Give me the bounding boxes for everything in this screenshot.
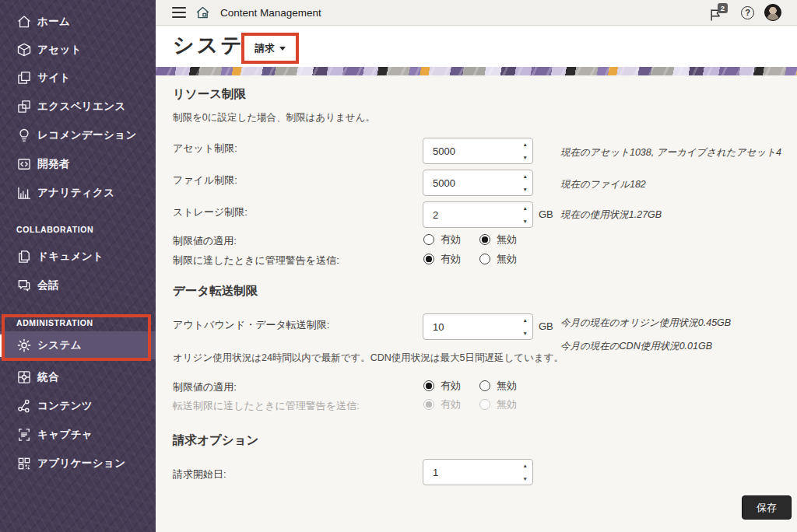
sidebar-item-content[interactable]: コンテンツ — [0, 391, 156, 420]
share-nodes-icon — [16, 398, 32, 414]
sidebar-section-administration: ADMINISTRATION — [16, 318, 93, 327]
sidebar-item-home[interactable]: ホーム — [0, 7, 156, 36]
sidebar-item-recommendations[interactable]: レコメンデーション — [0, 121, 156, 149]
radio-disabled — [479, 399, 490, 410]
file-limit-input: ▲▼ — [423, 170, 533, 196]
hamburger-menu-icon[interactable] — [172, 7, 186, 18]
spin-up-icon[interactable]: ▲ — [523, 205, 528, 211]
sidebar-item-integrations[interactable]: 統合 — [0, 362, 156, 391]
radio-enabled[interactable] — [423, 254, 434, 264]
billing-dropdown[interactable]: 請求 — [244, 36, 296, 61]
storage-limit-field[interactable] — [423, 201, 533, 228]
sidebar-item-label: アナリティクス — [37, 186, 115, 200]
billing-dropdown-label: 請求 — [255, 42, 275, 55]
radio-disabled-label: 無効 — [497, 252, 517, 266]
help-icon[interactable]: ? — [741, 6, 754, 19]
radio-disabled[interactable] — [479, 380, 490, 391]
documents-icon — [16, 249, 32, 264]
radio-disabled[interactable] — [479, 234, 490, 245]
file-limit-label: ファイル制限: — [173, 173, 237, 187]
sidebar-item-label: キャプチャ — [37, 428, 93, 442]
spin-down-icon[interactable]: ▼ — [523, 219, 528, 224]
spin-up-icon[interactable]: ▲ — [523, 317, 528, 323]
decorative-banner — [156, 67, 797, 75]
sites-icon — [16, 70, 32, 86]
chevron-down-icon — [279, 47, 286, 51]
asset-cube-icon — [16, 42, 32, 58]
transfer-send-alert-label: 転送制限に達したときに管理警告を送信: — [173, 399, 360, 413]
apply-limit-label: 制限値の適用: — [173, 234, 237, 248]
lightbulb-icon — [16, 128, 32, 143]
bar-chart-icon — [16, 185, 32, 201]
spin-down-icon[interactable]: ▼ — [523, 331, 528, 336]
storage-usage-note: 現在の使用状況1.27GB — [560, 208, 662, 222]
notification-count-badge: 2 — [718, 3, 728, 13]
top-bar: Content Management 2 ? — [156, 0, 797, 26]
origin-usage-note: 今月の現在のオリジン使用状況0.45GB — [560, 317, 731, 330]
radio-disabled-label: 無効 — [497, 233, 517, 247]
home-icon — [16, 14, 32, 30]
billing-start-day-label: 請求開始日: — [173, 467, 226, 481]
section-heading-billing-options: 請求オプション — [173, 432, 258, 449]
sidebar-item-assets[interactable]: アセット — [0, 35, 156, 64]
sidebar-item-sites[interactable]: サイト — [0, 63, 156, 92]
radio-enabled[interactable] — [423, 380, 434, 391]
sidebar-item-conversations[interactable]: 会話 — [0, 271, 156, 299]
asset-usage-note: 現在のアセット1038, アーカイブされたアセット4 — [560, 146, 781, 159]
file-usage-note: 現在のファイル182 — [560, 178, 646, 191]
file-limit-field[interactable] — [423, 170, 533, 196]
radio-enabled-label: 有効 — [441, 233, 461, 247]
sidebar-item-label: アプリケーション — [37, 457, 125, 471]
save-button[interactable]: 保存 — [742, 495, 792, 520]
sidebar-item-label: システム — [37, 338, 82, 352]
app-grid-icon — [16, 456, 32, 471]
sidebar-item-label: エクスペリエンス — [37, 100, 126, 114]
spin-up-icon[interactable]: ▲ — [523, 463, 528, 468]
apply-limit-radio-group: 有効 無効 — [423, 233, 517, 247]
sidebar-item-experiences[interactable]: エクスペリエンス — [0, 92, 156, 121]
storage-unit-label: GB — [539, 208, 553, 220]
spin-up-icon[interactable]: ▲ — [523, 173, 528, 179]
sidebar-item-label: 会話 — [37, 278, 59, 292]
radio-disabled[interactable] — [479, 254, 490, 264]
asset-limit-field[interactable] — [423, 138, 533, 164]
sidebar-item-system[interactable]: システム — [0, 331, 156, 359]
cdn-usage-note: 今月の現在のCDN使用状況0.01GB — [560, 340, 712, 353]
content-home-icon[interactable] — [195, 5, 211, 21]
sidebar-item-label: コンテンツ — [37, 399, 93, 413]
radio-enabled — [423, 399, 434, 410]
sidebar-item-analytics[interactable]: アナリティクス — [0, 178, 156, 207]
annotation-box-billing: 請求 — [241, 33, 299, 64]
sidebar-item-applications[interactable]: アプリケーション — [0, 449, 156, 478]
outbound-limit-field[interactable] — [423, 313, 533, 340]
billing-start-day-input: ▲▼ — [423, 459, 533, 485]
spin-down-icon[interactable]: ▼ — [523, 187, 528, 192]
user-avatar[interactable] — [764, 4, 781, 21]
sidebar-item-label: ホーム — [37, 15, 70, 29]
resource-limits-description: 制限を0に設定した場合、制限はありません。 — [173, 111, 375, 124]
transfer-apply-limit-radio-group: 有効 無効 — [423, 379, 517, 393]
radio-enabled-label: 有効 — [441, 397, 461, 411]
transfer-apply-limit-label: 制限値の適用: — [173, 380, 237, 394]
radio-disabled-label: 無効 — [497, 397, 517, 411]
sidebar-item-developer[interactable]: 開発者 — [0, 149, 156, 178]
outbound-limit-label: アウトバウンド・データ転送制限: — [173, 318, 329, 332]
radio-enabled-label: 有効 — [441, 379, 461, 393]
spin-down-icon[interactable]: ▼ — [523, 155, 528, 160]
sidebar: ホーム アセット サイト エクスペリエンス レコメンデーション — [0, 0, 156, 532]
sidebar-item-label: レコメンデーション — [37, 128, 137, 142]
radio-enabled[interactable] — [423, 234, 434, 245]
send-alert-label: 制限に達したときに管理警告を送信: — [173, 254, 339, 268]
spin-down-icon[interactable]: ▼ — [523, 476, 528, 481]
selected-item-indicator — [0, 334, 2, 357]
sidebar-item-documents[interactable]: ドキュメント — [0, 242, 156, 271]
app-title: Content Management — [220, 0, 321, 26]
storage-limit-label: ストレージ制限: — [173, 205, 248, 219]
spin-up-icon[interactable]: ▲ — [523, 142, 528, 147]
asset-limit-label: アセット制限: — [173, 142, 237, 156]
sidebar-item-capture[interactable]: キャプチャ — [0, 420, 156, 449]
billing-start-day-field[interactable] — [423, 459, 533, 485]
notifications-flag-icon[interactable]: 2 — [708, 7, 729, 23]
outbound-limit-input: ▲▼ — [423, 313, 533, 340]
experiences-icon — [16, 99, 32, 114]
